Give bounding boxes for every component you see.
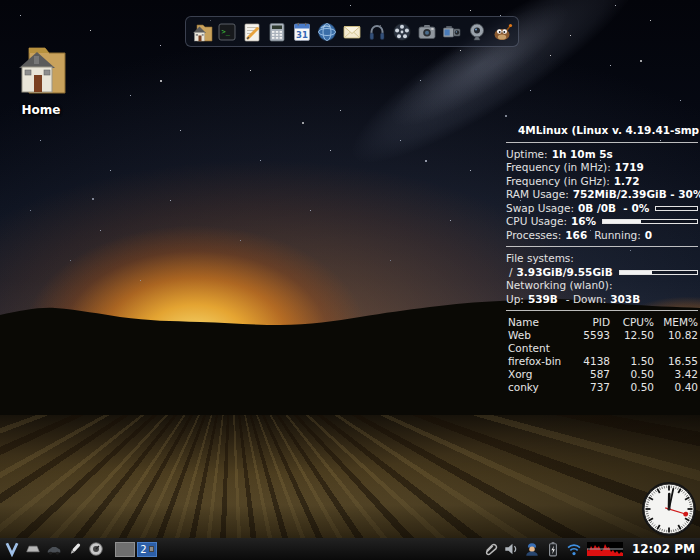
network-traffic-row: Up: 539B - Down: 303B (506, 293, 698, 307)
webcam-icon[interactable] (465, 20, 489, 44)
calculator-icon[interactable] (265, 20, 289, 44)
conky-divider (506, 142, 698, 143)
system-tray: 12:02 PM (482, 541, 700, 557)
top-table-header: Name PID CPU% MEM% (506, 316, 698, 329)
process-row: Web Content559312.5010.82 (506, 329, 698, 355)
process-row: conky7370.500.40 (506, 381, 698, 394)
taskbar-launchers: 2 (0, 541, 157, 557)
menu-v-logo-icon[interactable] (4, 541, 20, 557)
audio-player-icon[interactable] (365, 20, 389, 44)
workspace-2[interactable]: 2 (137, 542, 157, 557)
terminal-icon[interactable]: >_ (215, 20, 239, 44)
home-icon-label: Home (10, 103, 72, 117)
freq-mhz-row: Frequency (in MHz): 1719 (506, 161, 698, 175)
cpu-graph-icon[interactable] (587, 541, 623, 557)
gimp-icon[interactable] (490, 20, 514, 44)
analog-clock[interactable] (641, 481, 697, 537)
video-player-icon[interactable] (390, 20, 414, 44)
bright-stars (0, 0, 2, 2)
volume-icon[interactable] (503, 541, 519, 557)
cpu-row: CPU Usage: 16% (506, 215, 698, 229)
taskbar: 2 12:02 PM (0, 538, 700, 560)
rootfs-bar (619, 270, 698, 275)
video-camera-icon[interactable] (440, 20, 464, 44)
workspace-pager: 2 (115, 542, 157, 557)
filesystems-header: File systems: (506, 252, 698, 266)
wifi-icon[interactable] (566, 541, 582, 557)
uptime-row: Uptime: 1h 10m 5s (506, 148, 698, 162)
conky-divider (506, 310, 698, 311)
processes-row: Processes: 166 Running: 0 (506, 229, 698, 243)
photo-camera-icon[interactable] (415, 20, 439, 44)
networking-header: Networking (wlan0): (506, 279, 698, 293)
workspace-window-thumb (149, 546, 154, 552)
calendar-icon[interactable]: 31 (290, 20, 314, 44)
show-desktop-icon[interactable] (25, 541, 41, 557)
conky-title: 4MLinux (Linux v. 4.19.41-smp on i686) (518, 124, 698, 138)
process-row: Xorg5870.503.42 (506, 368, 698, 381)
swap-bar (655, 206, 698, 211)
swap-row: Swap Usage: 0B /0B - 0% (506, 202, 698, 216)
top-processes-table: Name PID CPU% MEM% Web Content559312.501… (506, 316, 698, 394)
user-icon[interactable] (524, 541, 540, 557)
application-dock: >_ 31 (185, 16, 519, 47)
conky-divider (506, 246, 698, 247)
home-desktop-icon[interactable]: Home (10, 42, 72, 117)
text-editor-icon[interactable] (240, 20, 264, 44)
svg-text:31: 31 (296, 29, 308, 39)
gauge-icon[interactable] (88, 541, 104, 557)
freq-ghz-row: Frequency (in GHz): 1.72 (506, 175, 698, 189)
home-folder-icon (15, 42, 67, 98)
paperclip-icon[interactable] (482, 541, 498, 557)
web-browser-icon[interactable] (315, 20, 339, 44)
battery-icon[interactable] (545, 541, 561, 557)
process-row: firefox-bin41381.5016.55 (506, 355, 698, 368)
desktop: >_ 31 (0, 0, 700, 560)
taskbar-clock: 12:02 PM (632, 542, 695, 556)
rocket-icon[interactable] (67, 541, 83, 557)
ram-row: RAM Usage: 752MiB/2.39GiB - 30% (506, 188, 698, 202)
rootfs-row: / 3.93GiB/9.55GiB (506, 266, 698, 280)
car-icon[interactable] (46, 541, 62, 557)
svg-text:>_: >_ (221, 27, 230, 35)
file-manager-icon[interactable] (190, 20, 214, 44)
email-icon[interactable] (340, 20, 364, 44)
conky-monitor: 4MLinux (Linux v. 4.19.41-smp on i686) U… (506, 124, 698, 394)
cpu-bar (602, 219, 698, 224)
workspace-1[interactable] (115, 542, 135, 557)
